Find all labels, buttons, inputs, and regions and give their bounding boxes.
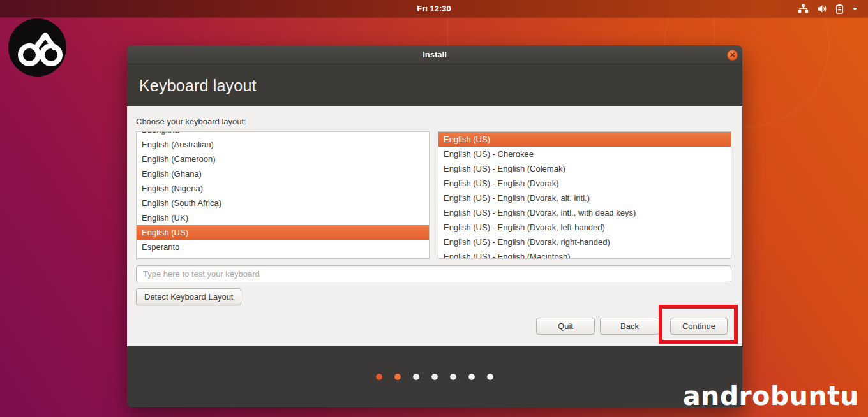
watermark: androbuntu bbox=[683, 381, 859, 411]
window-titlebar[interactable]: Install ✕ bbox=[127, 45, 742, 64]
progress-dot-todo bbox=[468, 374, 475, 380]
page-header: Keyboard layout bbox=[127, 64, 742, 106]
chevron-down-icon[interactable] bbox=[852, 7, 858, 11]
page-content: Choose your keyboard layout: DzongkhaEng… bbox=[127, 106, 742, 346]
continue-button[interactable]: Continue bbox=[670, 318, 728, 335]
list-item[interactable]: English (Ghana) bbox=[137, 166, 429, 181]
list-item[interactable]: Esperanto bbox=[137, 240, 429, 254]
volume-icon[interactable] bbox=[817, 4, 827, 13]
list-item[interactable]: English (US) - English (Dvorak) bbox=[438, 176, 731, 191]
list-item[interactable]: English (US) - English (Dvorak, right-ha… bbox=[438, 235, 731, 249]
list-item[interactable]: English (Australian) bbox=[137, 137, 429, 152]
keyboard-test-input[interactable] bbox=[136, 265, 731, 282]
network-icon[interactable] bbox=[798, 4, 809, 13]
list-item[interactable]: English (US) - English (Macintosh) bbox=[438, 249, 731, 259]
clock: Fri 12:30 bbox=[417, 4, 451, 13]
page-title: Keyboard layout bbox=[127, 77, 257, 95]
list-item[interactable]: English (Nigeria) bbox=[137, 181, 429, 196]
list-item[interactable]: English (US) - English (Dvorak, intl., w… bbox=[438, 205, 731, 220]
top-bar: Fri 12:30 bbox=[0, 0, 868, 17]
list-item[interactable]: English (US) - English (Colemak) bbox=[438, 161, 731, 176]
list-item[interactable]: English (US) bbox=[137, 225, 429, 240]
quit-button[interactable]: Quit bbox=[536, 318, 595, 335]
battery-icon[interactable] bbox=[835, 4, 844, 14]
progress-dot-current bbox=[394, 374, 401, 380]
progress-dot-todo bbox=[487, 374, 493, 380]
list-item[interactable]: Dzongkha bbox=[137, 131, 429, 137]
list-item[interactable]: English (UK) bbox=[137, 210, 429, 225]
progress-dot-todo bbox=[450, 374, 456, 380]
progress-dot-todo bbox=[413, 374, 419, 380]
list-item[interactable]: English (US) bbox=[438, 132, 731, 147]
choose-layout-label: Choose your keyboard layout: bbox=[136, 117, 246, 126]
language-list[interactable]: DzongkhaEnglish (Australian)English (Cam… bbox=[136, 131, 430, 259]
progress-dot-done bbox=[376, 374, 382, 380]
list-item[interactable]: English (US) - Cherokee bbox=[438, 147, 731, 161]
system-tray[interactable] bbox=[798, 0, 858, 17]
androbuntu-logo bbox=[8, 18, 66, 77]
progress-dot-todo bbox=[431, 374, 438, 380]
install-window: Install ✕ Keyboard layout Choose your ke… bbox=[127, 45, 742, 407]
list-item[interactable]: English (Cameroon) bbox=[137, 152, 429, 166]
variant-list[interactable]: English (US)English (US) - CherokeeEngli… bbox=[438, 131, 731, 259]
progress-dots bbox=[376, 374, 493, 380]
window-footer bbox=[127, 346, 742, 407]
list-item[interactable]: English (South Africa) bbox=[137, 196, 429, 210]
list-item[interactable]: English (US) - English (Dvorak, left-han… bbox=[438, 220, 731, 235]
window-title: Install bbox=[423, 50, 447, 59]
close-icon[interactable]: ✕ bbox=[727, 50, 738, 61]
list-item[interactable]: English (US) - English (Dvorak, alt. int… bbox=[438, 191, 731, 205]
detect-keyboard-button[interactable]: Detect Keyboard Layout bbox=[136, 288, 241, 305]
back-button[interactable]: Back bbox=[600, 318, 659, 335]
